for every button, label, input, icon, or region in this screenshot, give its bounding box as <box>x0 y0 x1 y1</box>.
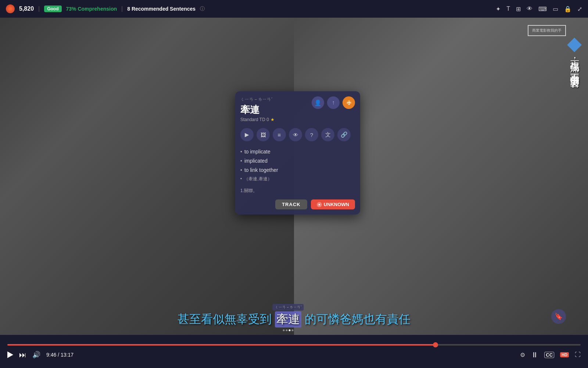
popup-standard: Standard TD 0 ★ <box>240 117 275 122</box>
person-button[interactable]: 👤 <box>312 96 324 109</box>
eye-icon[interactable]: 👁 <box>527 6 533 12</box>
list-icon-btn[interactable]: ≡ <box>273 128 286 141</box>
subtitle-suffix: 的可憐爸媽也有責任 <box>305 312 410 326</box>
unknown-icon: ● <box>317 202 322 207</box>
play-icon-btn[interactable]: ▶ <box>240 128 254 141</box>
star-icon: ★ <box>270 117 275 122</box>
share-button[interactable]: ↑ <box>327 96 340 109</box>
track-button[interactable]: TRACK <box>275 199 307 209</box>
info-icon[interactable]: ⓘ <box>200 6 205 12</box>
popup-pinyin: ㄑㄧㄢ－ㄌㄧㄢˊ <box>240 96 275 103</box>
hd-icon: HD <box>560 352 569 357</box>
video-watermark: 商業電影救我的手 <box>528 25 566 36</box>
popup-title-area: ㄑㄧㄢ－ㄌㄧㄢˊ 牽連 Standard TD 0 ★ <box>240 96 275 122</box>
sparkle-icon[interactable]: ✦ <box>496 6 501 13</box>
diamond-icon <box>567 38 582 52</box>
top-bar-icons: ✦ T ⊞ 👁 ⌨ ▭ 🔒 ⤢ <box>496 6 582 13</box>
settings-icon: ⚙ <box>520 351 525 358</box>
question-icon-btn[interactable]: ? <box>305 128 318 141</box>
external-icon[interactable]: ⤢ <box>577 6 582 13</box>
keyboard-icon[interactable]: ⌨ <box>538 6 547 13</box>
text-icon[interactable]: T <box>506 6 510 12</box>
highlight-pinyin: ㄑㄧㄢ－ㄌㄧㄢˊ <box>273 304 304 311</box>
progress-fill <box>7 344 435 346</box>
skip-icon: ⏭ <box>19 351 26 359</box>
add-button[interactable]: ✙ <box>343 96 355 109</box>
bottom-bar: ⏭ 🔊 9:46 / 13:17 ⚙ ⏸ CC HD ⛶ <box>0 335 588 368</box>
subtitle-text: 甚至看似無辜受到 ㄑㄧㄢ－ㄌㄧㄢˊ 牽連 的可憐爸媽也有責任 <box>0 311 588 328</box>
layout-icon[interactable]: ▭ <box>553 6 558 13</box>
popup-icon-row: ▶ 🖼 ≡ 👁 ? 文 🔗 <box>235 125 360 144</box>
skip-next-button[interactable]: ⏭ <box>19 351 26 359</box>
pause-icon: ⏸ <box>531 351 538 359</box>
volume-button[interactable]: 🔊 <box>32 351 40 359</box>
progress-bar[interactable] <box>7 344 581 346</box>
video-area: 商業電影救我的手 正視傷痛，不再當個受害者 ㄑㄧㄢ－ㄌㄧㄢˊ 牽連 Standa… <box>0 18 588 335</box>
popup-word: 牽連 <box>240 103 275 116</box>
cc-button[interactable]: CC <box>544 352 554 358</box>
video-background: 商業電影救我的手 正視傷痛，不再當個受害者 ㄑㄧㄢ－ㄌㄧㄢˊ 牽連 Standa… <box>0 18 588 335</box>
score-display: 5,820 <box>19 6 34 12</box>
volume-icon: 🔊 <box>32 351 40 359</box>
fullscreen-button[interactable]: ⛶ <box>575 351 581 358</box>
definition-1: to implicate <box>240 147 355 156</box>
play-triangle-icon <box>7 351 13 358</box>
link-icon-btn[interactable]: 🔗 <box>337 128 351 141</box>
translate-icon-btn[interactable]: 文 <box>321 128 334 141</box>
vertical-text: 正視傷痛，不再當個受害者 <box>568 53 581 71</box>
popup-definitions: to implicate implicated to link together… <box>235 144 360 186</box>
image-icon[interactable]: ⊞ <box>516 6 521 13</box>
progress-thumb <box>433 342 438 347</box>
eye-icon-btn[interactable]: 👁 <box>289 128 302 141</box>
hd-button[interactable]: HD <box>560 352 569 357</box>
lock-icon[interactable]: 🔒 <box>564 6 571 13</box>
pause-button[interactable]: ⏸ <box>531 351 538 359</box>
comprehension-text: 73% Comprehension <box>66 6 117 12</box>
image-icon-btn[interactable]: 🖼 <box>257 128 270 141</box>
definition-extra: （牽連,牽連） <box>240 175 355 183</box>
subtitle-highlight[interactable]: ㄑㄧㄢ－ㄌㄧㄢˊ 牽連 <box>275 311 301 328</box>
subtitle-prefix: 甚至看似無辜受到 <box>178 312 272 326</box>
definition-2: implicated <box>240 156 355 166</box>
popup-actions: 👤 ↑ ✙ <box>312 96 355 109</box>
unknown-button[interactable]: ● UNKNOWN <box>311 199 355 209</box>
top-bar: 5,820 | Good 73% Comprehension | 8 Recom… <box>0 0 588 18</box>
play-button[interactable] <box>7 351 13 358</box>
logo-icon <box>6 4 15 13</box>
controls-row: ⏭ 🔊 9:46 / 13:17 ⚙ ⏸ CC HD ⛶ <box>7 351 581 359</box>
time-display: 9:46 / 13:17 <box>46 352 74 358</box>
fullscreen-icon: ⛶ <box>575 351 581 358</box>
settings-button[interactable]: ⚙ <box>520 351 525 358</box>
popup-header: ㄑㄧㄢ－ㄌㄧㄢˊ 牽連 Standard TD 0 ★ 👤 ↑ ✙ <box>235 91 360 125</box>
cc-icon: CC <box>544 352 554 358</box>
popup-extra: 1.關聯。 <box>235 186 360 196</box>
popup-card: ㄑㄧㄢ－ㄌㄧㄢˊ 牽連 Standard TD 0 ★ 👤 ↑ ✙ ▶ 🖼 ≡ <box>235 91 360 215</box>
side-panel: 正視傷痛，不再當個受害者 <box>568 40 581 71</box>
good-badge: Good <box>44 6 61 12</box>
recommended-text: 8 Recommended Sentences <box>127 6 196 12</box>
subtitle-area: 甚至看似無辜受到 ㄑㄧㄢ－ㄌㄧㄢˊ 牽連 的可憐爸媽也有責任 <box>0 311 588 328</box>
popup-footer: TRACK ● UNKNOWN <box>235 196 360 215</box>
definition-3: to link together <box>240 166 355 175</box>
